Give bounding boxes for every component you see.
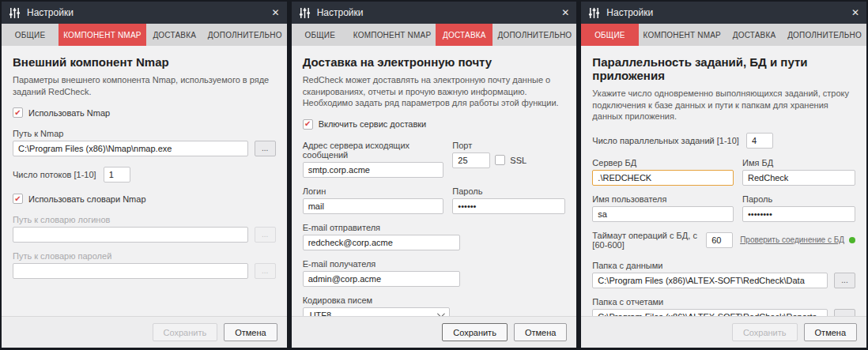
window-title: Настройки: [27, 7, 74, 18]
close-icon[interactable]: ✕: [851, 8, 859, 17]
smtp-server-label: Адрес сервера исходящих сообщений: [303, 141, 444, 160]
titlebar: Настройки ✕: [292, 2, 577, 24]
db-timeout-input[interactable]: [706, 232, 733, 248]
data-folder-label: Папка с данными: [592, 261, 855, 270]
enable-delivery-checkbox[interactable]: ✔ Включить сервис доставки: [303, 119, 566, 130]
tab-nmap-component[interactable]: КОМПОНЕНТ NMAP: [639, 24, 726, 46]
db-password-label: Пароль: [742, 194, 855, 204]
page-description: RedCheck может доставлять на электронную…: [303, 74, 566, 109]
sender-email-input[interactable]: [303, 235, 460, 250]
save-button: Сохранить: [153, 323, 218, 341]
tab-bar: ОБЩИЕ КОМПОНЕНТ NMAP ДОСТАВКА ДОПОЛНИТЕЛ…: [292, 24, 577, 46]
window-title: Настройки: [606, 7, 653, 18]
threads-label: Число потоков [1-10]: [13, 170, 96, 179]
encoding-select[interactable]: UTF8: [303, 307, 450, 316]
ssl-checkbox[interactable]: [495, 155, 505, 165]
recipient-email-input[interactable]: [303, 271, 460, 287]
nmap-path-input[interactable]: [13, 141, 248, 156]
encoding-selected-value: UTF8: [310, 310, 332, 316]
nmap-path-label: Путь к Nmap: [13, 129, 276, 138]
cancel-button[interactable]: Отмена: [804, 323, 857, 341]
db-name-input[interactable]: [742, 170, 855, 186]
cancel-button[interactable]: Отмена: [514, 323, 567, 341]
use-dictionaries-checkbox[interactable]: ✔ Использовать словари Nmap: [13, 194, 276, 204]
tab-advanced[interactable]: ДОПОЛНИТЕЛЬНО: [783, 24, 866, 46]
save-button: Сохранить: [732, 323, 798, 341]
use-nmap-label: Использовать Nmap: [28, 108, 110, 118]
nmap-path-browse-button[interactable]: ...: [255, 141, 276, 156]
checkbox-checked-icon[interactable]: ✔: [13, 107, 23, 118]
sliders-icon: [9, 7, 21, 19]
reports-folder-browse-button[interactable]: ...: [834, 309, 855, 316]
tab-nmap-component[interactable]: КОМПОНЕНТ NMAP: [58, 24, 145, 46]
settings-window-delivery: Настройки ✕ ОБЩИЕ КОМПОНЕНТ NMAP ДОСТАВК…: [292, 2, 577, 348]
sliders-icon: [299, 7, 311, 19]
logins-dict-browse-button: ...: [255, 227, 276, 243]
tab-advanced[interactable]: ДОПОЛНИТЕЛЬНО: [492, 24, 576, 46]
passwords-dict-label: Путь к словарю паролей: [13, 251, 276, 261]
login-label: Логин: [303, 186, 444, 196]
check-db-connection-link[interactable]: Проверить соединение с БД: [740, 235, 844, 244]
db-server-input[interactable]: [592, 170, 734, 186]
use-nmap-checkbox[interactable]: ✔ Использовать Nmap: [13, 107, 276, 118]
db-user-label: Имя пользователя: [592, 194, 734, 204]
tab-delivery[interactable]: ДОСТАВКА: [726, 24, 783, 46]
close-icon[interactable]: ✕: [561, 8, 569, 17]
db-user-input[interactable]: [592, 206, 734, 222]
sender-email-label: E-mail отправителя: [303, 223, 460, 232]
passwords-dict-browse-button: ...: [255, 263, 276, 279]
tab-general[interactable]: ОБЩИЕ: [292, 24, 349, 46]
window-title: Настройки: [317, 7, 364, 18]
tab-content-nmap: Внешний компонент Nmap Параметры внешнег…: [2, 46, 287, 316]
use-dictionaries-label: Использовать словари Nmap: [28, 194, 146, 204]
close-icon[interactable]: ✕: [272, 8, 280, 17]
checkbox-checked-icon[interactable]: ✔: [303, 119, 313, 130]
port-input[interactable]: [452, 152, 490, 168]
tab-bar: ОБЩИЕ КОМПОНЕНТ NMAP ДОСТАВКА ДОПОЛНИТЕЛ…: [2, 24, 287, 46]
settings-window-general: Настройки ✕ ОБЩИЕ КОМПОНЕНТ NMAP ДОСТАВК…: [581, 2, 866, 348]
db-name-label: Имя БД: [742, 158, 855, 167]
tab-delivery[interactable]: ДОСТАВКА: [436, 24, 492, 46]
parallel-jobs-input[interactable]: [746, 133, 773, 149]
passwords-dict-input[interactable]: [13, 263, 248, 279]
reports-folder-input[interactable]: [592, 309, 828, 316]
parallel-jobs-label: Число параллельных заданий [1-10]: [592, 136, 739, 145]
tab-delivery[interactable]: ДОСТАВКА: [146, 24, 203, 46]
tab-content-general: Параллельность заданий, БД и пути прилож…: [581, 46, 866, 316]
data-folder-browse-button[interactable]: ...: [834, 273, 855, 288]
threads-input[interactable]: [104, 167, 130, 183]
page-description: Параметры внешнего компонента Nmap, испо…: [13, 74, 276, 97]
titlebar: Настройки ✕: [2, 2, 287, 24]
data-folder-input[interactable]: [592, 273, 828, 288]
db-password-input[interactable]: [742, 206, 855, 222]
page-title: Доставка на электронную почту: [303, 55, 566, 69]
cancel-button[interactable]: Отмена: [224, 323, 277, 341]
dialog-footer: Сохранить Отмена: [581, 316, 866, 348]
dialog-footer: Сохранить Отмена: [292, 316, 577, 348]
titlebar: Настройки ✕: [581, 2, 866, 24]
port-label: Порт: [452, 141, 565, 150]
settings-window-nmap: Настройки ✕ ОБЩИЕ КОМПОНЕНТ NMAP ДОСТАВК…: [2, 2, 287, 348]
recipient-email-label: E-mail получателя: [303, 259, 460, 269]
logins-dict-input[interactable]: [13, 227, 248, 243]
checkbox-checked-icon[interactable]: ✔: [13, 194, 23, 204]
enable-delivery-label: Включить сервис доставки: [319, 119, 427, 129]
chevron-down-icon: [437, 310, 445, 316]
page-title: Параллельность заданий, БД и пути прилож…: [592, 55, 855, 82]
tab-nmap-component[interactable]: КОМПОНЕНТ NMAP: [349, 24, 436, 46]
tab-general[interactable]: ОБЩИЕ: [2, 24, 58, 46]
login-input[interactable]: [303, 198, 444, 214]
tab-advanced[interactable]: ДОПОЛНИТЕЛЬНО: [203, 24, 287, 46]
tab-content-delivery: Доставка на электронную почту RedCheck м…: [292, 46, 577, 316]
sliders-icon: [588, 7, 600, 19]
page-title: Внешний компонент Nmap: [13, 55, 276, 69]
page-description: Укажите число одновременно выполняющихся…: [592, 88, 855, 122]
smtp-server-input[interactable]: [303, 162, 444, 178]
logins-dict-label: Путь к словарю логинов: [13, 215, 276, 224]
connection-status-dot: [849, 237, 855, 243]
save-button[interactable]: Сохранить: [442, 323, 508, 341]
password-input[interactable]: [452, 198, 565, 214]
dialog-footer: Сохранить Отмена: [2, 316, 287, 348]
db-server-label: Сервер БД: [592, 158, 734, 167]
tab-general[interactable]: ОБЩИЕ: [581, 24, 638, 46]
